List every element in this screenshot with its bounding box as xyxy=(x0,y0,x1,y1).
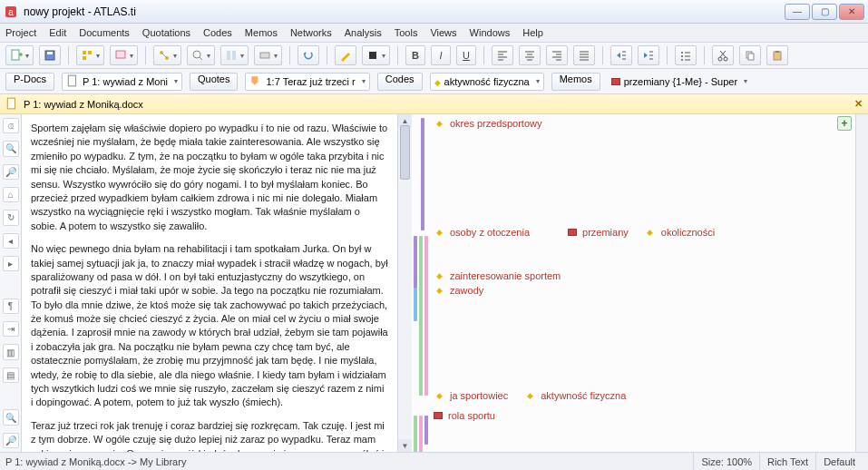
code-item[interactable]: osoby z otoczenia przemiany okoliczności xyxy=(434,227,850,238)
object-toolbar: P-Docs P 1: wywiad z Moni Quotes 1:7 Ter… xyxy=(0,69,868,94)
code-item[interactable]: okres przedsportowy xyxy=(434,118,850,129)
codes-tool-button[interactable] xyxy=(76,45,104,65)
quote-bar[interactable] xyxy=(414,416,417,452)
side-prevhit-icon[interactable]: ◂ xyxy=(3,233,19,249)
save-button[interactable] xyxy=(39,45,61,65)
memo-combo[interactable]: przemiany {1-Me} - Super xyxy=(608,73,751,91)
svg-rect-9 xyxy=(83,56,86,60)
output-button[interactable] xyxy=(254,45,282,65)
side-numbers-icon[interactable]: ▤ xyxy=(3,367,19,383)
quote-bar[interactable] xyxy=(414,236,417,289)
quote-bar[interactable] xyxy=(419,236,423,396)
memo-tool-button[interactable] xyxy=(110,45,138,65)
side-reset-icon[interactable]: ⌂ xyxy=(3,187,19,202)
code-item[interactable]: rola sportu xyxy=(434,410,850,421)
code-item[interactable]: zawody xyxy=(434,285,850,296)
side-zoomin-icon[interactable]: 🔍 xyxy=(3,141,19,156)
svg-rect-18 xyxy=(260,53,269,58)
side-margin-icon[interactable]: ▥ xyxy=(3,344,19,359)
menu-networks[interactable]: Networks xyxy=(290,27,332,38)
quote-combo[interactable]: 1:7 Teraz już trzeci r xyxy=(245,73,369,91)
paragraph: Teraz już trzeci rok jak trenuję i coraz… xyxy=(31,419,388,452)
query-button[interactable] xyxy=(187,45,215,65)
quote-bar[interactable] xyxy=(421,118,424,230)
quotes-button[interactable]: Quotes xyxy=(190,73,238,91)
close-tab-button[interactable]: ✕ xyxy=(854,98,863,110)
menu-documents[interactable]: Documents xyxy=(79,27,130,38)
menu-codes[interactable]: Codes xyxy=(203,27,232,38)
main-area: ⟃ 🔍 🔎 ⌂ ↻ ◂ ▸ ¶ ⇥ ▥ ▤ 🔍 🔎 Sportem zajęła… xyxy=(0,114,868,452)
quote-bar[interactable] xyxy=(419,416,423,452)
add-region-button[interactable]: + xyxy=(837,116,852,131)
scroll-down-icon[interactable]: ▼ xyxy=(398,439,412,452)
code-label: zainteresowanie sportem xyxy=(450,270,561,281)
undo-button[interactable] xyxy=(297,45,319,65)
code-icon xyxy=(434,270,444,281)
side-wrap-icon[interactable]: ⇥ xyxy=(3,321,19,337)
side-refresh-icon[interactable]: ↻ xyxy=(3,210,19,225)
pdoc-combo[interactable]: P 1: wywiad z Moni xyxy=(62,73,182,91)
menu-help[interactable]: Help xyxy=(522,27,543,38)
minimize-button[interactable]: — xyxy=(785,4,810,20)
paste-button[interactable] xyxy=(766,45,788,65)
side-paragraph-icon[interactable]: ¶ xyxy=(3,299,19,314)
align-left-button[interactable] xyxy=(492,45,513,65)
color-button[interactable] xyxy=(362,45,390,65)
statusbar: P 1: wywiad z Moniką.docx -> My Library … xyxy=(0,452,868,470)
network-button[interactable] xyxy=(153,45,181,65)
code-item[interactable]: ja sportowiec aktywność fizyczna xyxy=(434,390,850,401)
justify-button[interactable] xyxy=(573,45,595,65)
align-center-button[interactable] xyxy=(519,45,541,65)
pdocs-button[interactable]: P-Docs xyxy=(5,73,54,91)
svg-rect-53 xyxy=(748,54,754,60)
side-search-icon[interactable]: 🔍 xyxy=(3,409,19,425)
codes-button[interactable]: Codes xyxy=(377,73,423,91)
maximize-button[interactable]: ▢ xyxy=(812,4,837,20)
menu-tools[interactable]: Tools xyxy=(395,27,418,38)
svg-rect-57 xyxy=(7,98,15,109)
svg-rect-8 xyxy=(88,51,92,54)
status-size[interactable]: Size: 100% xyxy=(693,453,759,470)
code-combo[interactable]: aktywność fizyczna xyxy=(430,73,544,91)
quote-bar[interactable] xyxy=(414,289,417,321)
quote-bar[interactable] xyxy=(424,416,428,445)
memos-button[interactable]: Memos xyxy=(551,73,600,91)
document-tab-label[interactable]: P 1: wywiad z Moniką.docx xyxy=(24,99,143,110)
svg-rect-16 xyxy=(227,51,230,60)
menu-analysis[interactable]: Analysis xyxy=(345,27,382,38)
cooccurrence-button[interactable] xyxy=(220,45,249,65)
menu-memos[interactable]: Memos xyxy=(245,27,278,38)
svg-rect-2 xyxy=(12,50,19,60)
increase-indent-button[interactable] xyxy=(638,45,659,65)
scroll-thumb[interactable] xyxy=(400,125,410,180)
close-button[interactable]: ✕ xyxy=(839,4,864,20)
underline-button[interactable]: U xyxy=(456,45,476,65)
bullet-list-button[interactable] xyxy=(675,45,697,65)
copy-button[interactable] xyxy=(739,45,761,65)
menu-project[interactable]: Project xyxy=(5,27,36,38)
side-searchnext-icon[interactable]: 🔎 xyxy=(3,433,19,448)
doc-scrollbar[interactable]: ▲ ▼ xyxy=(397,114,412,452)
menu-views[interactable]: Views xyxy=(430,27,456,38)
menu-windows[interactable]: Windows xyxy=(470,27,511,38)
doc-tab-icon xyxy=(5,97,18,112)
highlight-button[interactable] xyxy=(335,45,356,65)
decrease-indent-button[interactable] xyxy=(610,45,632,65)
code-icon xyxy=(434,227,444,238)
menu-edit[interactable]: Edit xyxy=(49,27,66,38)
align-right-button[interactable] xyxy=(546,45,568,65)
quote-bar[interactable] xyxy=(424,236,428,396)
add-document-button[interactable] xyxy=(5,45,34,65)
margin-pane: + okres przedsportowy osoby z otoczenia … xyxy=(412,114,855,452)
cut-button[interactable] xyxy=(712,45,734,65)
side-zoomout-icon[interactable]: 🔎 xyxy=(3,164,19,180)
italic-button[interactable]: I xyxy=(431,45,451,65)
code-item[interactable]: zainteresowanie sportem xyxy=(434,270,850,281)
document-text[interactable]: Sportem zajęłam się właściwie dopiero po… xyxy=(22,114,397,452)
bold-button[interactable]: B xyxy=(405,45,425,65)
menu-quotations[interactable]: Quotations xyxy=(142,27,190,38)
code-icon xyxy=(434,285,444,296)
side-bracket-icon[interactable]: ⟃ xyxy=(3,118,19,133)
side-nexthit-icon[interactable]: ▸ xyxy=(3,256,19,271)
paragraph: No więc pewnego dnia byłam na rehabilita… xyxy=(31,242,388,410)
